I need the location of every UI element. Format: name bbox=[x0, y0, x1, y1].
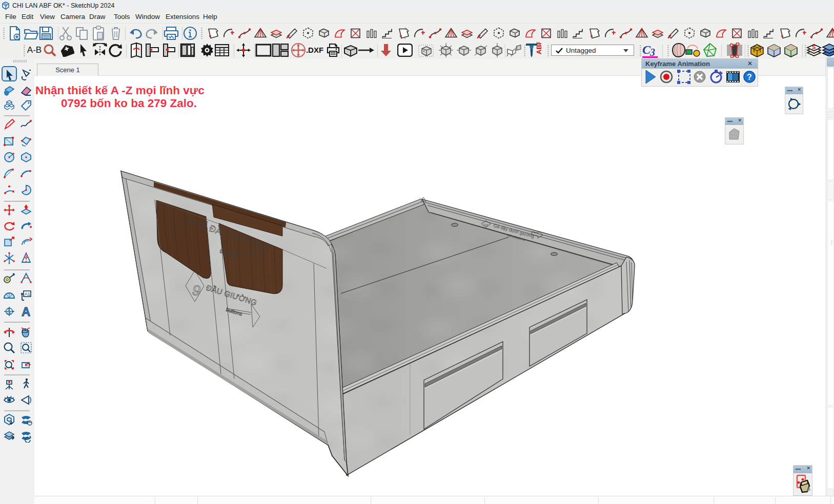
svg-text:?: ? bbox=[747, 73, 752, 81]
